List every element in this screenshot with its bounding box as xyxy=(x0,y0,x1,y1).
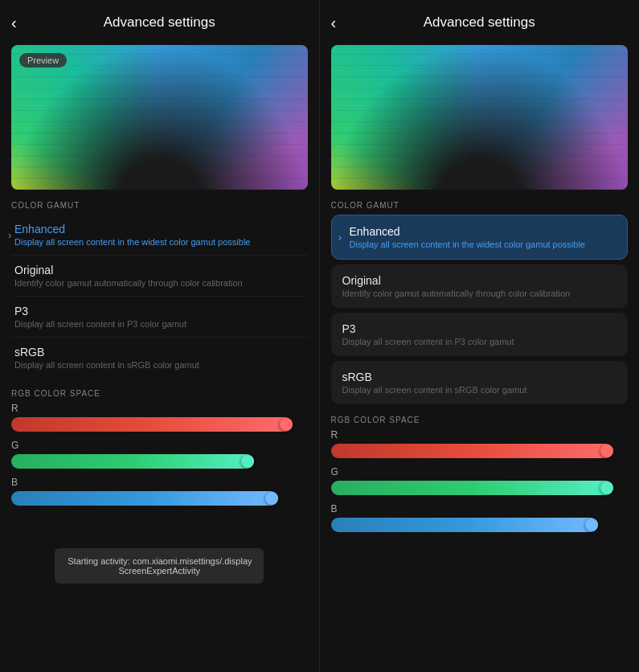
toast-line1: Starting activity: com.xiaomi.misettings… xyxy=(68,556,251,566)
right-rgb-label: RGB COLOR SPACE xyxy=(320,404,640,429)
right-rgb-b-thumb xyxy=(585,518,598,531)
right-rgb-b-label: B xyxy=(331,503,629,514)
rgb-b-slider[interactable] xyxy=(11,491,308,506)
gamut-item-srgb[interactable]: sRGB Display all screen content in sRGB … xyxy=(11,338,308,378)
right-rgb-r-thumb xyxy=(600,445,613,457)
left-color-gamut-label: COLOR GAMUT xyxy=(0,190,319,215)
gamut-enhanced-desc: Display all screen content in the widest… xyxy=(14,237,305,247)
left-back-button[interactable]: ‹ xyxy=(11,14,17,32)
gamut-srgb-desc: Display all screen content in sRGB color… xyxy=(14,360,305,370)
rgb-b-fill xyxy=(11,491,278,506)
right-p3-title: P3 xyxy=(342,322,617,335)
rgb-b-thumb xyxy=(265,492,278,505)
rgb-r-fill xyxy=(11,417,293,432)
right-original-title: Original xyxy=(342,274,617,287)
right-original-desc: Identify color gamut automatically throu… xyxy=(342,289,617,298)
right-gamut-cards: › Enhanced Display all screen content in… xyxy=(320,215,640,404)
rgb-row-g: G xyxy=(11,440,308,469)
right-preview-container xyxy=(331,45,629,190)
rgb-g-fill xyxy=(11,454,254,469)
rgb-g-label: G xyxy=(11,440,308,451)
left-page-title: Advanced settings xyxy=(104,14,215,31)
gamut-item-p3[interactable]: P3 Display all screen content in P3 colo… xyxy=(11,297,308,338)
right-p3-desc: Display all screen content in P3 color g… xyxy=(342,337,617,346)
preview-badge: Preview xyxy=(19,53,67,68)
right-enhanced-desc: Display all screen content in the widest… xyxy=(350,240,616,249)
gamut-original-title: Original xyxy=(14,264,305,277)
toast-notification: Starting activity: com.xiaomi.misettings… xyxy=(55,548,264,584)
gamut-enhanced-title: Enhanced xyxy=(14,223,305,236)
right-enhanced-chevron: › xyxy=(338,231,342,244)
right-gamut-card-original[interactable]: Original Identify color gamut automatica… xyxy=(331,264,629,308)
right-header: ‹ Advanced settings xyxy=(320,0,640,45)
right-rgb-r-fill xyxy=(331,444,613,458)
rgb-r-label: R xyxy=(11,403,308,414)
gamut-item-enhanced[interactable]: › Enhanced Display all screen content in… xyxy=(11,215,308,256)
right-rgb-section: R G B xyxy=(320,429,640,540)
right-rgb-r-slider[interactable] xyxy=(331,444,629,458)
right-color-gamut-label: COLOR GAMUT xyxy=(320,190,640,215)
gamut-original-desc: Identify color gamut automatically throu… xyxy=(14,278,305,288)
right-rgb-row-g: G xyxy=(331,466,629,495)
left-preview-container: Preview xyxy=(11,45,308,190)
right-panel: ‹ Advanced settings COLOR GAMUT › Enhanc… xyxy=(320,0,640,672)
rgb-r-thumb xyxy=(280,418,293,431)
right-rgb-g-thumb xyxy=(600,481,613,494)
rgb-g-thumb xyxy=(241,455,254,468)
gamut-p3-title: P3 xyxy=(14,305,305,318)
right-gamut-card-enhanced[interactable]: › Enhanced Display all screen content in… xyxy=(331,215,629,260)
right-preview-image xyxy=(331,45,629,190)
right-rgb-b-slider[interactable] xyxy=(331,518,629,532)
rgb-r-slider[interactable] xyxy=(11,417,308,432)
right-gamut-card-srgb[interactable]: sRGB Display all screen content in sRGB … xyxy=(331,361,629,404)
right-srgb-desc: Display all screen content in sRGB color… xyxy=(342,385,617,395)
right-rgb-g-label: G xyxy=(331,466,629,477)
right-pencil-lines xyxy=(331,45,629,190)
right-rgb-row-r: R xyxy=(331,429,629,458)
rgb-row-b: B xyxy=(11,477,308,506)
right-srgb-title: sRGB xyxy=(342,371,617,383)
gamut-item-original[interactable]: Original Identify color gamut automatica… xyxy=(11,256,308,297)
rgb-g-slider[interactable] xyxy=(11,454,308,469)
left-rgb-section: R G B xyxy=(0,403,319,514)
rgb-row-r: R xyxy=(11,403,308,432)
left-panel: ‹ Advanced settings Preview COLOR GAMUT … xyxy=(0,0,320,672)
right-rgb-r-label: R xyxy=(331,429,629,440)
right-gamut-card-p3[interactable]: P3 Display all screen content in P3 colo… xyxy=(331,313,629,356)
right-back-button[interactable]: ‹ xyxy=(331,14,337,32)
right-rgb-g-fill xyxy=(331,481,613,495)
rgb-b-label: B xyxy=(11,477,308,488)
right-rgb-g-slider[interactable] xyxy=(331,481,629,495)
gamut-p3-desc: Display all screen content in P3 color g… xyxy=(14,319,305,329)
left-gamut-list: › Enhanced Display all screen content in… xyxy=(0,215,319,378)
right-enhanced-title: Enhanced xyxy=(350,225,616,238)
toast-line2: ScreenExpertActivity xyxy=(68,566,251,576)
right-page-title: Advanced settings xyxy=(424,14,535,31)
left-header: ‹ Advanced settings xyxy=(0,0,319,45)
left-rgb-label: RGB COLOR SPACE xyxy=(0,378,319,403)
right-rgb-b-fill xyxy=(331,518,599,532)
right-rgb-row-b: B xyxy=(331,503,629,532)
gamut-srgb-title: sRGB xyxy=(14,346,305,359)
